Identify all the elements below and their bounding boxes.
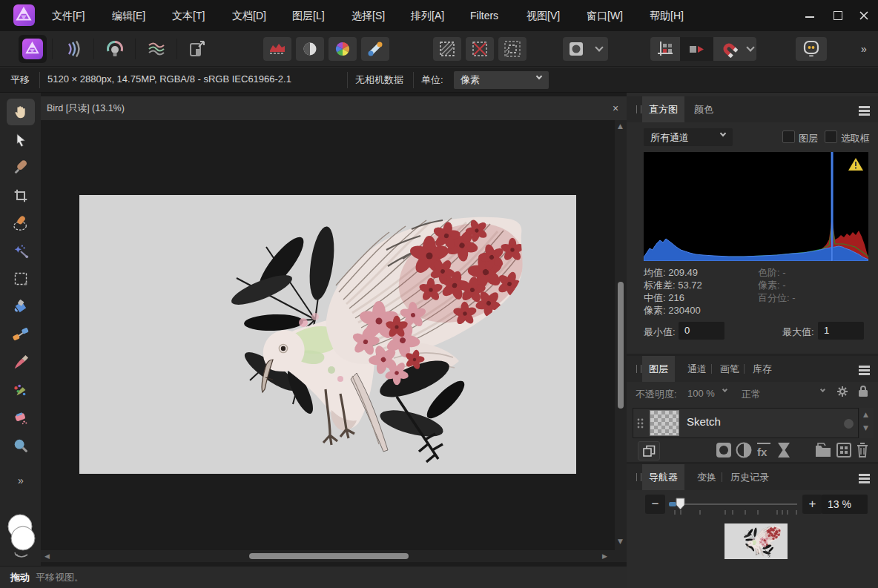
maximize-button[interactable] xyxy=(825,0,851,31)
zoom-out-button[interactable]: − xyxy=(645,495,665,514)
liquify-persona-button[interactable] xyxy=(60,35,88,63)
menu-document[interactable]: 文档[D] xyxy=(232,0,266,31)
menu-file[interactable]: 文件[F] xyxy=(52,0,85,31)
tone-mapping-persona-button[interactable] xyxy=(142,35,171,63)
more-tools-button[interactable]: » xyxy=(7,467,35,494)
zoom-value-field[interactable]: 13 % xyxy=(822,495,868,514)
tab-close-icon[interactable]: × xyxy=(613,96,618,120)
blend-mode-value[interactable]: 正常 xyxy=(742,388,761,401)
zoom-in-button[interactable]: + xyxy=(802,495,822,514)
minimize-button[interactable] xyxy=(797,0,822,31)
panel-drag-handle[interactable] xyxy=(636,365,641,373)
vertical-scrollbar[interactable]: ▲ ▼ xyxy=(615,120,627,550)
tab-navigator[interactable]: 导航器 xyxy=(642,464,684,490)
panel-drag-handle[interactable] xyxy=(636,105,641,113)
layers-scrollbar[interactable]: ▲ ▼ xyxy=(860,408,874,438)
erase-tool-button[interactable] xyxy=(7,405,35,432)
adjustment-layer-button[interactable] xyxy=(736,442,752,458)
marquee-checkbox[interactable] xyxy=(825,131,837,143)
export-persona-button[interactable] xyxy=(183,35,211,63)
tab-history[interactable]: 历史记录 xyxy=(724,464,776,490)
auto-levels-button[interactable] xyxy=(263,37,291,61)
menu-select[interactable]: 选择[S] xyxy=(351,0,385,31)
invert-selection-button[interactable] xyxy=(498,37,527,61)
tab-color[interactable]: 颜色 xyxy=(687,96,720,122)
vertical-scroll-thumb[interactable] xyxy=(618,282,624,409)
menu-view[interactable]: 视图[V] xyxy=(527,0,560,31)
tab-stock[interactable]: 库存 xyxy=(746,356,779,382)
panel-menu-icon[interactable] xyxy=(859,474,870,476)
panel-drag-handle[interactable] xyxy=(636,473,641,481)
menu-arrange[interactable]: 排列[A] xyxy=(411,0,444,31)
auto-colour-button[interactable] xyxy=(329,37,357,61)
flood-fill-tool-button[interactable] xyxy=(7,294,35,320)
delete-layer-button[interactable] xyxy=(856,442,869,458)
force-pixel-alignment-button[interactable] xyxy=(650,37,680,61)
live-filter-button[interactable] xyxy=(776,442,791,458)
panel-menu-icon[interactable] xyxy=(859,106,870,108)
new-layer-button[interactable] xyxy=(836,442,852,458)
crop-tool-button[interactable] xyxy=(7,182,35,209)
unit-select[interactable]: 像素 xyxy=(454,71,549,89)
layer-lock-icon[interactable] xyxy=(858,385,868,397)
scroll-down-icon[interactable]: ▼ xyxy=(618,538,623,545)
zoom-slider-track[interactable] xyxy=(669,503,797,505)
paint-brush-tool-button[interactable] xyxy=(7,349,35,376)
group-layers-button[interactable] xyxy=(814,442,832,458)
tab-brushes[interactable]: 画笔 xyxy=(713,356,746,382)
tab-layers[interactable]: 图层 xyxy=(642,356,675,382)
auto-contrast-button[interactable] xyxy=(296,37,324,61)
colour-swatch[interactable] xyxy=(5,512,38,559)
move-by-whole-pixels-button[interactable] xyxy=(680,37,713,61)
max-value-field[interactable]: 1 xyxy=(818,322,864,340)
marquee-tool-button[interactable] xyxy=(7,265,35,292)
horizontal-scrollbar[interactable]: ◀ ▶ xyxy=(41,550,627,562)
menu-window[interactable]: 窗口[W] xyxy=(587,0,623,31)
zoom-slider-thumb[interactable] xyxy=(676,498,685,510)
assistant-button[interactable] xyxy=(796,37,827,61)
scroll-right-icon[interactable]: ▶ xyxy=(602,552,607,560)
layer-row[interactable]: Sketch xyxy=(633,408,859,438)
quick-mask-button[interactable] xyxy=(563,37,590,61)
document-tab[interactable]: Bird [只读] (13.1%) xyxy=(47,96,125,120)
tab-channels[interactable]: 通道 xyxy=(681,356,713,382)
snapping-button[interactable] xyxy=(713,37,745,61)
menu-layer[interactable]: 图层[L] xyxy=(292,0,325,31)
view-tool-button[interactable] xyxy=(7,99,35,125)
flood-select-tool-button[interactable] xyxy=(7,238,35,265)
move-tool-button[interactable] xyxy=(7,127,35,153)
canvas[interactable] xyxy=(41,120,615,550)
layer-settings-gear-icon[interactable] xyxy=(836,386,848,397)
layer-thumbnail[interactable] xyxy=(650,410,679,436)
duplicate-layer-button[interactable] xyxy=(638,441,660,460)
layer-effects-button[interactable]: fx xyxy=(756,442,773,458)
photo-persona-button[interactable] xyxy=(19,35,47,63)
layer-visibility-toggle[interactable] xyxy=(844,419,854,429)
scroll-left-icon[interactable]: ◀ xyxy=(44,552,50,560)
menu-filters[interactable]: Filters xyxy=(470,0,498,31)
menu-help[interactable]: 帮助[H] xyxy=(650,0,684,31)
panel-menu-icon[interactable] xyxy=(859,366,870,368)
scroll-up-icon[interactable]: ▲ xyxy=(618,122,623,130)
selection-brush-tool-button[interactable] xyxy=(7,210,35,237)
navigator-thumbnail[interactable] xyxy=(724,523,788,559)
min-value-field[interactable]: 0 xyxy=(679,322,724,340)
opacity-value[interactable]: 100 % xyxy=(687,388,715,399)
tab-transform[interactable]: 变换 xyxy=(690,464,723,490)
close-button[interactable] xyxy=(851,0,877,31)
channel-select[interactable]: 所有通道 xyxy=(644,128,733,146)
layers-checkbox[interactable] xyxy=(782,131,795,143)
gradient-tool-button[interactable] xyxy=(7,321,35,348)
layer-name[interactable]: Sketch xyxy=(687,415,721,428)
quick-mask-dropdown[interactable] xyxy=(591,37,607,61)
blur-tool-button[interactable] xyxy=(7,432,35,459)
deselect-button[interactable] xyxy=(466,37,494,61)
snapping-dropdown[interactable] xyxy=(745,37,756,61)
toolbar-overflow-button[interactable]: » xyxy=(850,37,878,61)
colour-replacement-tool-button[interactable] xyxy=(7,377,35,403)
develop-persona-button[interactable] xyxy=(101,35,129,63)
horizontal-scroll-thumb[interactable] xyxy=(249,553,409,559)
menu-text[interactable]: 文本[T] xyxy=(172,0,205,31)
color-picker-tool-button[interactable] xyxy=(7,154,35,181)
tab-histogram[interactable]: 直方图 xyxy=(642,96,684,122)
